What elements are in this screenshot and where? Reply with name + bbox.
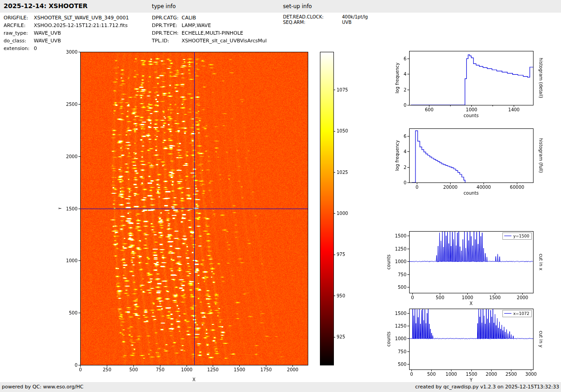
meta-value: 0: [34, 46, 37, 51]
histogram-full-plot: [379, 123, 561, 204]
meta-row-origfile: ORIGFILE:XSHOOTER_SLT_WAVE_UVB_349_0001: [4, 15, 129, 21]
meta-label: ORIGFILE:: [4, 15, 34, 21]
meta-row-dprcatg: DPR.CATG:CALIB: [152, 15, 196, 21]
footer-credit-left: powered by QC: www.eso.org/HC: [2, 384, 83, 390]
detector-image-plot: [59, 45, 315, 382]
meta-label: DET.READ.CLOCK:: [283, 14, 342, 19]
meta-row-doclass: do_class:WAVE_UVB: [4, 38, 61, 44]
meta-label: SEQ.ARM:: [283, 20, 342, 25]
meta-row-rawtype: raw_type:WAVE_UVB: [4, 30, 61, 36]
meta-value: WAVE_UVB: [34, 38, 61, 44]
setup-info-heading: set-up info: [283, 3, 312, 9]
meta-value: 400k/1pt/lg: [342, 14, 368, 19]
meta-label: TPL.ID:: [152, 38, 182, 44]
meta-label: ARCFILE:: [4, 23, 34, 28]
meta-label: do_class:: [4, 38, 34, 44]
meta-row-dprtech: DPR.TECH:ECHELLE,MULTI-PINHOLE: [152, 30, 243, 36]
page-title: 2025-12-14: XSHOOTER: [4, 2, 87, 9]
footer-credit-right: created by qc_rawdisp.py v1.2.3 on 2025-…: [415, 384, 559, 390]
meta-row-extension: extension:0: [4, 46, 37, 51]
meta-label: raw_type:: [4, 30, 34, 36]
meta-label: extension:: [4, 46, 34, 51]
meta-row-arcfile: ARCFILE:XSHOO.2025-12-15T12:21:11.712.fi…: [4, 23, 128, 28]
meta-row-tplid: TPL.ID:XSHOOTER_slt_cal_UVBVisArcsMul: [152, 38, 267, 44]
cut-in-x-plot: [379, 225, 561, 309]
meta-value: CALIB: [182, 15, 196, 21]
meta-row-dprtype: DPR.TYPE:LAMP,WAVE: [152, 23, 211, 28]
meta-row-seqarm: SEQ.ARM:UVB: [283, 20, 351, 25]
type-info-heading: type info: [152, 3, 176, 9]
meta-label: DPR.CATG:: [152, 15, 182, 21]
histogram-detail-plot: [379, 45, 561, 126]
footer-bar: powered by QC: www.eso.org/HC created by…: [0, 382, 561, 392]
meta-value: LAMP,WAVE: [182, 23, 211, 28]
meta-value: ECHELLE,MULTI-PINHOLE: [182, 30, 243, 36]
meta-label: DPR.TECH:: [152, 30, 182, 36]
meta-value: UVB: [342, 20, 351, 25]
meta-label: DPR.TYPE:: [152, 23, 182, 28]
cut-in-y-plot: [379, 303, 561, 386]
colorbar: [315, 45, 360, 369]
meta-value: WAVE_UVB: [34, 30, 61, 36]
header-bar: 2025-12-14: XSHOOTER type info set-up in…: [0, 0, 561, 13]
meta-row-readclock: DET.READ.CLOCK:400k/1pt/lg: [283, 14, 368, 19]
meta-value: XSHOO.2025-12-15T12:21:11.712.fits: [34, 23, 128, 28]
meta-value: XSHOOTER_SLT_WAVE_UVB_349_0001: [34, 15, 129, 21]
meta-value: XSHOOTER_slt_cal_UVBVisArcsMul: [182, 38, 267, 44]
